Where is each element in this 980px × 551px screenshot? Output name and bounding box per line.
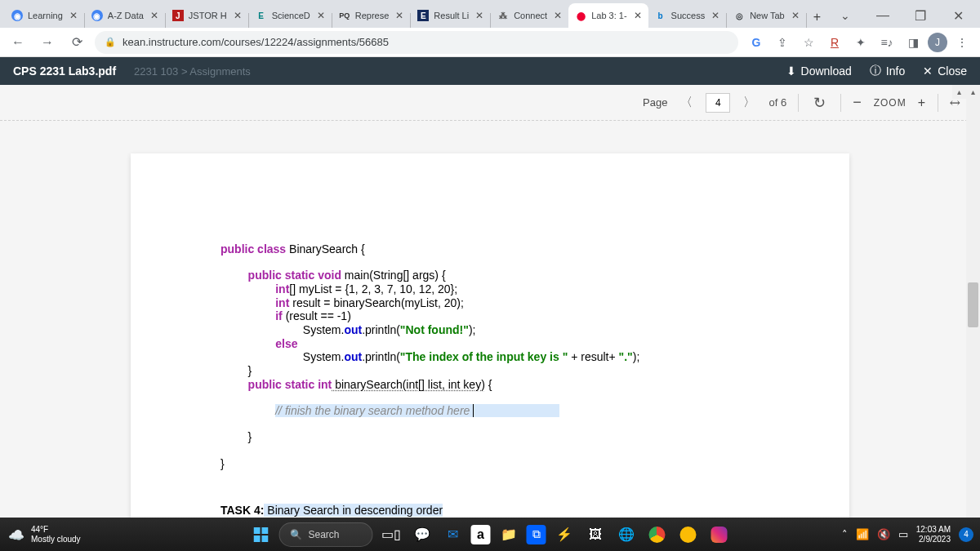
temperature: 44°F (31, 525, 81, 535)
tab-newtab[interactable]: ◎New Tab✕ (727, 3, 806, 28)
zoom-out-button[interactable]: − (853, 94, 862, 111)
tab-learning[interactable]: ◉Learning✕ (5, 3, 84, 28)
close-icon[interactable]: ✕ (150, 10, 158, 21)
task-view-button[interactable]: ▭▯ (378, 522, 404, 548)
close-icon[interactable]: ✕ (317, 10, 325, 21)
scroll-thumb[interactable] (968, 282, 978, 327)
explorer-app-icon[interactable]: 📁 (496, 522, 522, 548)
next-page-button[interactable]: 〉 (740, 95, 759, 110)
vertical-scrollbar[interactable]: ▴ ▾ (966, 85, 980, 527)
clock[interactable]: 12:03 AM 2/9/2023 (916, 525, 951, 544)
notification-badge[interactable]: 4 (959, 527, 973, 542)
scroll-up-button[interactable]: ▴ (966, 85, 980, 99)
tab-label: Learning (28, 11, 63, 20)
close-icon[interactable]: ✕ (711, 10, 719, 21)
minimize-button[interactable]: — (866, 3, 900, 28)
tab-azdata[interactable]: ◉A-Z Data✕ (85, 3, 165, 28)
tab-result[interactable]: EResult Li✕ (411, 3, 490, 28)
close-icon[interactable]: ✕ (395, 10, 403, 21)
dropbox-app-icon[interactable]: ⧉ (527, 525, 546, 544)
tab-success[interactable]: bSuccess✕ (648, 3, 727, 28)
profile-avatar[interactable]: J (928, 33, 947, 52)
zoom-label: ZOOM (874, 97, 906, 109)
image-app-icon[interactable]: 🖼 (582, 522, 608, 548)
forward-button[interactable]: → (36, 31, 59, 54)
new-tab-button[interactable]: + (807, 7, 827, 28)
tab-label: Represe (355, 11, 390, 20)
volume-icon[interactable]: 🔇 (877, 528, 890, 540)
close-icon[interactable]: ✕ (554, 10, 562, 21)
tab-represe[interactable]: PQReprese✕ (332, 3, 411, 28)
document-viewport: public class BinarySearch { public stati… (0, 121, 980, 550)
url-text: kean.instructure.com/courses/12224/assig… (122, 36, 389, 48)
window-controls: ⌄ — ❐ ✕ (828, 3, 975, 28)
close-window-button[interactable]: ✕ (941, 3, 975, 28)
jstor-icon: J (172, 10, 184, 21)
wifi-icon[interactable]: 📶 (856, 528, 869, 540)
svg-rect-3 (262, 535, 269, 542)
extensions-icon[interactable]: ✦ (849, 31, 872, 54)
tray-chevron-icon[interactable]: ˄ (842, 528, 848, 540)
globe-icon: ◉ (91, 10, 103, 21)
paging-toolbar: Page 〈 〉 of 6 ↻ − ZOOM + ⤢ (0, 85, 980, 121)
prev-page-button[interactable]: 〈 (677, 95, 696, 110)
canary-app-icon[interactable] (675, 522, 702, 548)
bookmark-icon[interactable]: ☆ (797, 31, 820, 54)
info-icon: ⓘ (870, 64, 881, 78)
svg-rect-0 (254, 527, 261, 534)
separator (938, 94, 938, 112)
tab-connect[interactable]: ⁂Connect✕ (491, 3, 568, 28)
r-extension-icon[interactable]: R (823, 31, 846, 54)
menu-icon[interactable]: ⋮ (951, 31, 973, 54)
rotate-button[interactable]: ↻ (810, 94, 829, 112)
close-icon[interactable]: ✕ (791, 10, 800, 21)
close-icon[interactable]: ✕ (475, 10, 483, 21)
close-button[interactable]: ✕Close (923, 64, 967, 78)
close-icon[interactable]: ✕ (234, 10, 242, 21)
separator (798, 94, 799, 112)
amazon-app-icon[interactable]: a (471, 525, 491, 544)
info-button[interactable]: ⓘInfo (870, 64, 905, 78)
bolt-app-icon[interactable]: ⚡ (551, 522, 577, 548)
condition: Mostly cloudy (31, 535, 81, 544)
separator (840, 94, 841, 112)
windows-taskbar: ☁️ 44°F Mostly cloudy 🔍Search ▭▯ 💬 ✉ a 📁… (0, 518, 980, 551)
start-button[interactable] (248, 522, 274, 548)
tab-scienced[interactable]: EScienceD✕ (249, 3, 332, 28)
zoom-in-button[interactable]: + (918, 96, 926, 110)
close-icon: ✕ (923, 64, 933, 78)
tab-lab3[interactable]: ⬤Lab 3: 1-✕ (568, 3, 648, 28)
taskbar-search[interactable]: 🔍Search (279, 522, 373, 547)
sidepanel-icon[interactable]: ◨ (902, 31, 924, 54)
back-button[interactable]: ← (7, 31, 29, 54)
address-bar[interactable]: 🔒 kean.instructure.com/courses/12224/ass… (95, 31, 738, 54)
task-label: TASK 4: (220, 504, 264, 517)
page-input[interactable] (706, 93, 730, 113)
download-button[interactable]: ⬇Download (786, 64, 852, 78)
tab-label: Lab 3: 1- (591, 11, 626, 20)
tab-search-button[interactable]: ⌄ (828, 3, 862, 28)
tab-label: ScienceD (272, 11, 310, 20)
document-header: CPS 2231 Lab3.pdf 2231 103 > Assignments… (0, 57, 980, 85)
chrome-app-icon[interactable] (644, 522, 670, 548)
reading-list-icon[interactable]: ≡♪ (875, 31, 898, 54)
battery-icon[interactable]: ▭ (898, 528, 908, 540)
close-icon[interactable]: ✕ (69, 10, 78, 21)
close-icon[interactable]: ✕ (634, 10, 642, 21)
reload-button[interactable]: ⟳ (65, 31, 88, 54)
scroll-up-outer[interactable]: ▴ (952, 85, 966, 99)
time: 12:03 AM (916, 525, 951, 535)
tab-jstor[interactable]: JJSTOR H✕ (166, 3, 248, 28)
google-icon[interactable]: G (745, 31, 768, 54)
edge-app-icon[interactable]: 🌐 (613, 522, 639, 548)
share-icon[interactable]: ⇪ (771, 31, 794, 54)
pq-icon: PQ (339, 10, 350, 21)
browser-toolbar: ← → ⟳ 🔒 kean.instructure.com/courses/122… (0, 28, 980, 57)
instagram-app-icon[interactable] (706, 522, 733, 548)
scroll-track[interactable] (966, 99, 980, 513)
mail-app-icon[interactable]: ✉ (440, 522, 466, 548)
chat-app-icon[interactable]: 💬 (409, 522, 435, 548)
tab-label: A-Z Data (108, 11, 144, 20)
maximize-button[interactable]: ❐ (903, 3, 938, 28)
toolbar-right: G ⇪ ☆ R ✦ ≡♪ ◨ J ⋮ (745, 31, 973, 54)
